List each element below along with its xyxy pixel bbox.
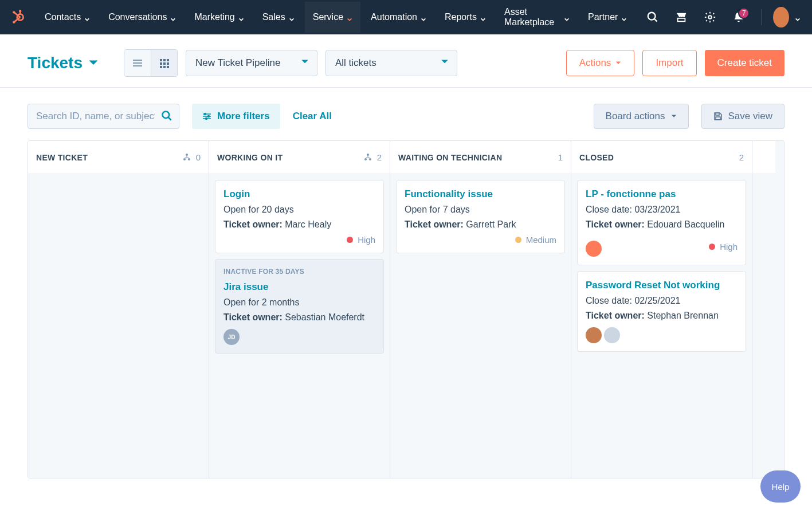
board-column: WAITING ON TECHNICIAN1Functionality issu… [390,141,571,478]
nav-label: Conversations [108,12,167,22]
ticket-priority: High [223,235,375,245]
svg-point-30 [206,118,207,120]
board-view-button[interactable] [151,50,177,76]
nav-conversations[interactable]: Conversations [100,2,184,33]
pipeline-select[interactable]: New Ticket Pipeline [186,50,317,76]
chevron-down-icon [170,14,176,20]
svg-rect-31 [716,113,719,115]
svg-point-34 [183,158,186,160]
ticket-owner: Ticket owner: Garrett Park [405,217,556,232]
column-title: CLOSED [579,153,614,162]
nav-marketing[interactable]: Marketing [186,2,252,33]
chevron-down-icon [347,14,352,20]
chevron-down-icon [795,14,801,20]
column-title: WAITING ON TECHNICIAN [398,153,502,162]
page-title-dropdown[interactable]: Tickets [28,54,99,72]
svg-rect-9 [678,18,685,22]
board-column: CLOSED2LP - fonctionne pasClose date: 03… [571,141,752,478]
create-label: Create ticket [717,57,772,69]
svg-rect-11 [133,60,142,61]
priority-dot-icon [709,244,715,250]
nav-label: Reports [445,12,477,22]
svg-point-7 [648,13,656,20]
import-button[interactable]: Import [642,50,696,76]
ticket-card[interactable]: Password Reset Not workingClose date: 02… [577,271,746,352]
column-header [752,141,775,174]
filter-bar: More filters Clear All Board actions Sav… [0,88,812,140]
board-column: WORKING ON IT2LoginOpen for 20 daysTicke… [209,141,390,478]
clear-all-button[interactable]: Clear All [293,111,332,122]
avatar [586,241,602,257]
create-ticket-button[interactable]: Create ticket [705,50,784,76]
ticket-title[interactable]: Jira issue [223,281,375,293]
column-body[interactable]: LoginOpen for 20 daysTicket owner: Marc … [209,174,390,359]
actions-button[interactable]: Actions [566,50,635,76]
chevron-down-icon [238,14,244,20]
nav-automation[interactable]: Automation [363,2,434,33]
page-title: Tickets [28,54,83,72]
pipeline-value: New Ticket Pipeline [195,57,280,69]
board-actions-button[interactable]: Board actions [594,104,689,129]
svg-point-33 [186,154,188,156]
ticket-title[interactable]: Functionality issue [405,189,556,200]
svg-point-4 [13,11,15,13]
hubspot-logo-icon[interactable] [11,9,26,25]
nav-label: Marketing [194,12,234,22]
svg-line-24 [168,117,171,120]
nav-partner[interactable]: Partner [580,2,635,33]
more-filters-button[interactable]: More filters [192,104,280,129]
list-view-button[interactable] [124,50,151,76]
filter-value: All tickets [335,57,376,69]
ticket-card[interactable]: Functionality issueOpen for 7 daysTicket… [396,180,565,253]
priority-dot-icon [347,237,353,243]
ticket-card[interactable]: LoginOpen for 20 daysTicket owner: Marc … [215,180,384,253]
filter-select[interactable]: All tickets [325,50,457,76]
nav-asset-marketplace[interactable]: Asset Marketplace [496,0,578,38]
ticket-subtitle: Open for 2 months [223,295,375,310]
marketplace-icon[interactable] [668,11,695,23]
board-column-partial [752,141,775,478]
column-header: WAITING ON TECHNICIAN1 [390,141,571,174]
nav-sales[interactable]: Sales [254,2,303,33]
svg-point-5 [13,21,15,23]
ticket-card[interactable]: INACTIVE FOR 35 DAYSJira issueOpen for 2… [215,259,384,354]
gear-icon[interactable] [697,11,723,23]
svg-point-28 [205,113,206,115]
svg-rect-21 [163,66,166,68]
svg-rect-32 [716,117,720,120]
column-body[interactable]: Functionality issueOpen for 7 daysTicket… [390,174,571,259]
column-body[interactable] [28,174,209,186]
page-header: Tickets New Ticket Pipeline All tickets … [0,34,812,88]
chevron-down-icon [421,14,426,20]
bell-icon[interactable]: 7 [725,11,752,23]
svg-rect-19 [167,62,169,65]
ticket-owner: Ticket owner: Edouard Bacquelin [586,217,738,232]
ticket-title[interactable]: Password Reset Not working [586,280,738,291]
svg-rect-16 [167,59,169,61]
kanban-board: NEW TICKET0WORKING ON IT2LoginOpen for 2… [28,140,784,478]
column-body[interactable]: LP - fonctionne pasClose date: 03/23/202… [571,174,752,358]
inactive-label: INACTIVE FOR 35 DAYS [223,268,375,276]
nav-service[interactable]: Service [305,2,360,33]
nav-label: Service [313,12,343,22]
svg-rect-22 [167,66,169,68]
column-count: 2 [739,152,744,162]
more-filters-label: More filters [217,111,270,122]
ticket-title[interactable]: LP - fonctionne pas [586,189,738,200]
ticket-card[interactable]: LP - fonctionne pasClose date: 03/23/202… [577,180,746,265]
ticket-priority: Medium [405,235,556,245]
svg-line-8 [654,19,657,22]
column-count: 2 [363,152,382,162]
svg-point-37 [364,158,367,160]
search-container [28,104,179,129]
actions-label: Actions [579,57,611,69]
search-input[interactable] [28,104,179,129]
chevron-down-icon [480,14,486,20]
search-icon[interactable] [640,11,666,23]
save-view-button[interactable]: Save view [701,104,784,129]
nav-contacts[interactable]: Contacts [37,2,98,33]
nav-reports[interactable]: Reports [437,2,494,33]
ticket-title[interactable]: Login [223,189,375,200]
user-avatar[interactable] [773,7,789,28]
view-toggle [124,49,178,77]
